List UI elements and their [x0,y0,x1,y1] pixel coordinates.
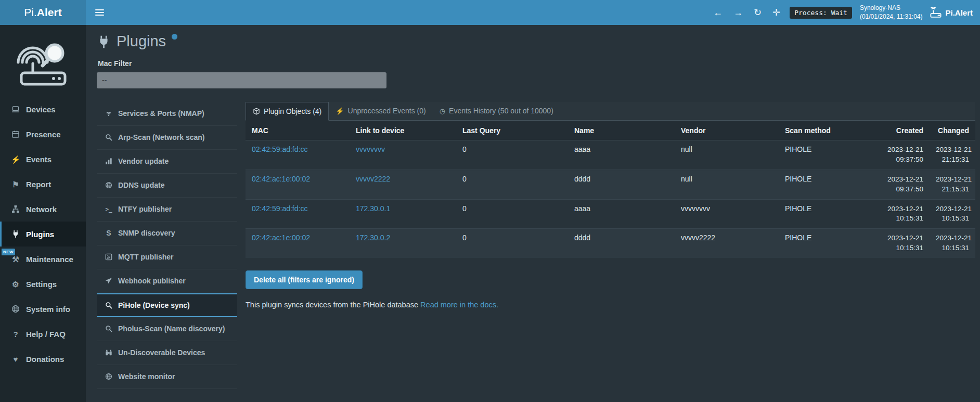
sidebar-item-plugins[interactable]: Plugins [0,222,86,247]
plugin-item-website-monitor[interactable]: Website monitor [97,365,237,389]
tab-events-history[interactable]: ◷ Events History (50 out of 10000) [433,102,560,120]
col-header-vendor: Vendor [675,121,779,140]
plugin-item-webhook-publisher[interactable]: Webhook publisher [97,269,237,293]
name-cell: dddd [568,229,675,258]
sidebar-item-help-faq[interactable]: ? Help / FAQ [0,321,86,346]
plugin-item-label: Services & Ports (NMAP) [118,109,204,118]
table-row: 02:42:ac:1e:00:02 172.30.0.2 0 dddd vvvv… [246,229,975,258]
tab-unprocessed-events[interactable]: ⚡ Unprocessed Events (0) [329,102,432,120]
device-link[interactable]: 172.30.0.2 [356,234,390,242]
col-header-changed: Changed [930,121,975,140]
sitemap-icon [9,205,22,213]
plugin-item-pihole-device-sync[interactable]: PiHole (Device sync) [97,293,237,317]
tab-plugin-objects[interactable]: Plugin Objects (4) [246,102,329,121]
question-icon: ? [9,330,22,338]
vendor-cell: vvvvvvvv [675,199,779,229]
sidebar-item-label: Presence [26,130,61,139]
plugins-help-badge[interactable] [172,34,177,40]
send-icon [103,277,114,284]
sidebar-item-label: Help / FAQ [26,330,66,339]
host-info: Synology-NAS (01/01/2024, 11:31:04) [860,4,923,21]
plugin-note-text: This plugin syncs devices from the PiHol… [246,301,418,309]
plugin-item-mqtt-publisher[interactable]: MQTT publisher [97,245,237,269]
plugin-item-label: Pholus-Scan (Name discovery) [118,325,225,333]
plugin-item-services-ports-nmap[interactable]: Services & Ports (NMAP) [97,102,237,126]
forward-icon[interactable]: → [732,8,744,17]
created-cell: 2023-12-2109:37:50 [880,140,930,170]
tab-label: Events History (50 out of 10000) [449,106,553,115]
topbar: Pi.Alert ← → ↻ ✛ Process: Wait Synology-… [0,0,980,25]
laptop-icon [9,105,22,113]
back-icon[interactable]: ← [712,8,724,17]
chart-icon [103,158,114,165]
host-time: (01/01/2024, 11:31:04) [860,13,923,20]
created-cell: 2023-12-2110:15:31 [880,199,930,229]
bolt-icon: ⚡ [336,108,344,114]
plugin-item-label: SNMP discovery [118,229,175,237]
plug-icon [97,35,111,49]
last-query-cell: 0 [456,140,568,170]
tools-icon: ⚒ [9,255,22,263]
sidebar-item-label: Events [26,155,51,164]
device-link[interactable]: vvvvv2222 [356,175,390,183]
sidebar-item-label: Network [26,205,57,214]
docs-link[interactable]: Read more in the docs. [420,301,498,309]
col-header-scan-method: Scan method [779,121,880,140]
device-link[interactable]: vvvvvvvv [356,145,385,153]
mac-link[interactable]: 02:42:59:ad:fd:cc [252,204,307,213]
logo-suffix: Alert [37,6,62,19]
search-icon [103,134,114,141]
globe-icon [103,373,114,380]
bolt-icon: ⚡ [9,155,22,163]
mac-link[interactable]: 02:42:59:ad:fd:cc [252,145,307,153]
mac-filter-label: Mac Filter [98,59,975,68]
plugin-objects-table: MAC Link to device Last Query Name Vendo… [246,121,975,258]
sidebar-item-report[interactable]: ⚑ Report [0,172,86,197]
sidebar-item-presence[interactable]: Presence [0,122,86,147]
name-cell: aaaa [568,199,675,229]
plugin-item-vendor-update[interactable]: Vendor update [97,150,237,174]
table-header-row: MAC Link to device Last Query Name Vendo… [246,121,975,140]
plugin-item-arp-scan[interactable]: Arp-Scan (Network scan) [97,126,237,150]
scan-method-cell: PIHOLE [779,229,880,258]
tab-label: Unprocessed Events (0) [348,106,426,115]
plugin-item-un-discoverable-devices[interactable]: Un-Discoverable Devices [97,341,237,365]
mac-link[interactable]: 02:42:ac:1e:00:02 [252,234,310,242]
created-cell: 2023-12-2109:37:50 [880,170,930,199]
mac-link[interactable]: 02:42:ac:1e:00:02 [252,175,310,183]
sidebar-item-maintenance[interactable]: NEW ⚒ Maintenance [0,247,86,271]
move-icon[interactable]: ✛ [771,8,782,17]
sidebar-item-system-info[interactable]: System info [0,296,86,321]
sidebar-item-devices[interactable]: Devices [0,97,86,122]
plugin-nav: Services & Ports (NMAP) Arp-Scan (Networ… [97,102,237,389]
sidebar-toggle-button[interactable] [86,0,113,25]
device-link[interactable]: 172.30.0.1 [356,204,390,213]
sidebar-item-label: System info [26,305,70,314]
mac-filter-input[interactable] [97,72,386,88]
logo-prefix: Pi. [24,6,37,19]
sidebar-item-network[interactable]: Network [0,197,86,222]
plugin-item-ntfy-publisher[interactable]: >_ NTFY publisher [97,198,237,222]
plugin-item-label: DDNS update [118,181,164,189]
sidebar-item-donations[interactable]: ♥ Donations [0,346,86,371]
changed-cell: 2023-12-2110:15:31 [930,229,975,258]
plugin-item-snmp-discovery[interactable]: S SNMP discovery [97,222,237,245]
refresh-icon[interactable]: ↻ [752,8,763,17]
app-logo[interactable]: Pi.Alert [0,0,86,25]
plugin-item-pholus-scan[interactable]: Pholus-Scan (Name discovery) [97,317,237,341]
name-cell: aaaa [568,140,675,170]
plug-icon [9,230,22,238]
sidebar-item-events[interactable]: ⚡ Events [0,147,86,172]
search-icon [103,325,114,332]
hamburger-icon [95,9,104,16]
sidebar-item-settings[interactable]: ⚙ Settings [0,271,86,296]
search-icon [103,302,114,309]
heart-icon: ♥ [9,355,22,363]
delete-all-button[interactable]: Delete all (filters are ignored) [246,270,363,289]
plugin-item-ddns-update[interactable]: DDNS update [97,174,237,198]
globe-icon [103,181,114,189]
router-icon [930,7,942,18]
tab-label: Plugin Objects (4) [264,107,321,116]
plugin-item-label: Webhook publisher [118,277,186,285]
host-name: Synology-NAS [860,4,900,11]
